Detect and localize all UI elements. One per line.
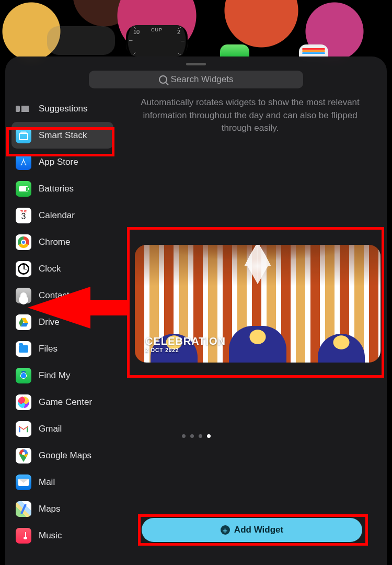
drive-icon [16, 314, 31, 330]
page-dot[interactable] [199, 434, 202, 438]
sidebar-item-files[interactable]: Files [11, 335, 113, 362]
sheet-grabber[interactable] [186, 63, 206, 65]
batteries-icon [16, 181, 31, 197]
sidebar-item-suggestions[interactable]: Suggestions [11, 95, 113, 122]
contacts-icon [16, 288, 31, 303]
sidebar-item-label: Chrome [39, 237, 70, 247]
find-my-icon [16, 368, 31, 383]
sidebar-item-label: Batteries [39, 184, 74, 194]
sidebar-item-mail[interactable]: Mail [11, 469, 113, 495]
search-placeholder: Search Widgets [171, 74, 234, 85]
add-widget-button[interactable]: ＋ Add Widget [142, 518, 362, 542]
sidebar-item-label: Gmail [39, 424, 62, 434]
chrome-icon [16, 234, 31, 250]
sidebar-item-clock[interactable]: Clock [11, 255, 113, 282]
widget-title: CELEBRATION [145, 335, 226, 347]
sidebar-item-label: Game Center [39, 397, 92, 408]
sidebar-item-label: Find My [39, 370, 70, 381]
page-indicator[interactable] [0, 434, 392, 438]
reminders-icon [299, 44, 328, 58]
page-dot-active[interactable] [207, 434, 211, 438]
sidebar-item-calendar[interactable]: TUE3 Calendar [11, 202, 113, 229]
sidebar-item-label: App Store [39, 157, 78, 167]
files-icon [16, 341, 31, 357]
sidebar-item-label: Google Maps [39, 450, 91, 461]
sidebar-item-music[interactable]: Music [11, 522, 113, 549]
mail-icon [16, 474, 31, 490]
widget-date: 2 OCT 2022 [145, 347, 226, 353]
clock-icon [16, 261, 31, 277]
sidebar-item-label: Maps [39, 504, 61, 514]
suggestions-icon [16, 101, 31, 117]
sidebar-item-smart-stack[interactable]: Smart Stack [11, 122, 113, 149]
widget-preview-card[interactable]: CELEBRATION 2 OCT 2022 [135, 245, 381, 363]
sidebar-item-find-my[interactable]: Find My [11, 362, 113, 389]
sidebar-item-google-maps[interactable]: Google Maps [11, 442, 113, 469]
clock-widget-bg: CUP 12 1 2 11 10 [126, 25, 188, 56]
sidebar-item-label: Music [39, 530, 62, 541]
sidebar-item-label: Smart Stack [39, 130, 87, 141]
sidebar-item-game-center[interactable]: Game Center [11, 389, 113, 415]
svg-point-0 [22, 452, 25, 455]
sidebar-item-drive[interactable]: Drive [11, 309, 113, 335]
sidebar-item-label: Suggestions [39, 104, 88, 114]
clock-city-label: CUP [126, 27, 188, 32]
page-dot[interactable] [190, 434, 194, 438]
calendar-icon: TUE3 [16, 208, 31, 223]
chandelier-graphic [234, 245, 281, 289]
sidebar-item-chrome[interactable]: Chrome [11, 229, 113, 255]
widget-source-sidebar[interactable]: Suggestions Smart Stack App Store Batter… [5, 91, 118, 565]
sidebar-item-label: Mail [39, 477, 55, 488]
page-dot[interactable] [182, 434, 186, 438]
widget-description: Automatically rotates widgets to show th… [127, 96, 373, 135]
sidebar-item-batteries[interactable]: Batteries [11, 175, 113, 202]
app-store-icon [16, 154, 31, 170]
apple-maps-icon [16, 501, 31, 517]
sidebar-item-gmail[interactable]: Gmail [11, 415, 113, 442]
sidebar-item-label: Clock [39, 264, 61, 274]
smart-stack-icon [16, 128, 31, 143]
sidebar-item-label: Contacts [39, 290, 74, 301]
sidebar-item-maps[interactable]: Maps [11, 495, 113, 522]
search-icon [159, 75, 167, 84]
search-input[interactable]: Search Widgets [89, 71, 303, 88]
google-maps-icon [16, 448, 31, 464]
home-widget-placeholder [47, 26, 115, 55]
sidebar-item-label: Drive [39, 317, 60, 327]
sidebar-item-label: Calendar [39, 210, 75, 221]
plus-icon: ＋ [221, 525, 230, 535]
sidebar-item-contacts[interactable]: Contacts [11, 282, 113, 309]
facetime-icon [220, 44, 249, 58]
sidebar-item-label: Files [39, 344, 57, 354]
music-icon [16, 528, 31, 544]
game-center-icon [16, 394, 31, 410]
add-widget-label: Add Widget [234, 525, 283, 535]
sidebar-item-app-store[interactable]: App Store [11, 149, 113, 175]
